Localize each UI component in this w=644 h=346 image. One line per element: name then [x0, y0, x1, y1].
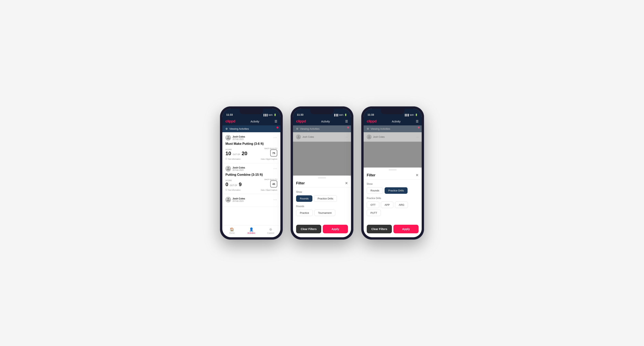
viewing-bar-2-dimmed: ⚙ Viewing Activities: [293, 125, 351, 132]
practice-btn-2[interactable]: Practice: [296, 210, 313, 216]
signal-icon: ▐▐▐: [263, 114, 268, 116]
user-info-3: Josh Coles 28 Feb 2023: [226, 197, 245, 202]
svg-point-1: [228, 167, 229, 169]
notification-dot-1: [276, 127, 278, 129]
user-date-3: 28 Feb 2023: [232, 200, 245, 202]
info-icon-2: ⓘ: [226, 189, 227, 191]
status-icons-3: ▐▐▐ WiFi 🔋: [404, 114, 418, 116]
wifi-icon-2: WiFi: [339, 114, 344, 116]
hamburger-menu-3[interactable]: ☰: [416, 120, 418, 123]
avatar-img-1: [226, 135, 230, 140]
logo-1: clippd: [226, 119, 235, 123]
hamburger-menu-1[interactable]: ☰: [274, 120, 277, 123]
rounds-btn-2[interactable]: Rounds: [296, 195, 312, 202]
score-value-1: 10: [226, 151, 231, 157]
app-btn-3[interactable]: APP: [381, 202, 394, 208]
svg-point-2: [228, 198, 229, 199]
nav-activities-1[interactable]: 👤 Activities: [242, 227, 261, 234]
shots-value-2: 9: [239, 181, 242, 187]
activities-label-1: Activities: [248, 232, 255, 234]
rounds-btn-3[interactable]: Rounds: [367, 187, 383, 194]
svg-point-4: [368, 136, 370, 137]
phone-3: 11:33 ▐▐▐ WiFi 🔋 clippd Activity ☰ ⚙ Vie…: [361, 106, 424, 240]
header-title-3: Activity: [392, 120, 400, 123]
apply-btn-2[interactable]: Apply: [323, 225, 348, 233]
practice-drills-btn-3[interactable]: Practice Drills: [384, 187, 408, 194]
practice-drills-btn-2[interactable]: Practice Drills: [314, 195, 337, 202]
activity-title-2: Putting Combine (3-15 ft): [226, 173, 277, 176]
signal-icon-3: ▐▐▐: [404, 114, 409, 116]
nav-home-1[interactable]: 🏠 Home: [222, 227, 242, 234]
wifi-icon: WiFi: [268, 114, 273, 116]
filter-icon-1: ⚙: [226, 127, 228, 130]
clear-filters-btn-3[interactable]: Clear Filters: [367, 225, 392, 233]
close-button-2[interactable]: ✕: [345, 181, 348, 185]
practice-drills-section-label-3: Practice Drills: [367, 197, 418, 200]
svg-point-3: [298, 136, 299, 137]
notification-dot-3d: [418, 127, 420, 129]
card-header-2: Josh Coles 28 Feb 2023 ···: [226, 166, 277, 172]
hamburger-menu-2[interactable]: ☰: [345, 120, 348, 123]
phone-1: 11:33 ▐▐▐ WiFi 🔋 clippd Activity ☰ ⚙ Vie…: [220, 106, 283, 240]
notch-3: [381, 109, 404, 114]
signal-icon-2: ▐▐▐: [334, 114, 338, 116]
data-source-2: Data: Clippd Capture: [261, 189, 277, 191]
filter-icon-3d: ⚙: [367, 127, 369, 130]
nav-capture-1[interactable]: ⊕ Capture: [261, 227, 280, 234]
filter-actions-3: Clear Filters Apply: [364, 222, 422, 237]
battery-icon: 🔋: [274, 114, 276, 116]
logo-3: clippd: [367, 119, 376, 123]
more-options-1[interactable]: ···: [274, 136, 277, 140]
bottom-nav-1: 🏠 Home 👤 Activities ⊕ Capture: [222, 225, 280, 237]
avatar-2: [226, 166, 231, 172]
outof-label-1: OUT OF: [233, 154, 240, 156]
capture-icon-1: ⊕: [269, 227, 272, 232]
filter-sheet-2: Filter ✕ Show Rounds Practice Drills Rou…: [293, 175, 351, 237]
user-name-3: Josh Coles: [232, 197, 245, 200]
user-name-3d: Josh Coles: [373, 136, 384, 138]
scroll-content-1: Josh Coles 28 Feb 2023 ··· Must Make Put…: [222, 132, 280, 225]
viewing-bar-text-1: Viewing Activities: [230, 127, 249, 130]
user-date-2: 28 Feb 2023: [232, 169, 245, 171]
filter-header-3: Filter ✕: [364, 170, 422, 179]
shot-quality-badge-1: 75: [270, 150, 277, 157]
viewing-bar-1[interactable]: ⚙ Viewing Activities: [222, 125, 280, 132]
viewing-bar-text-2d: Viewing Activities: [300, 127, 320, 130]
rounds-section-label-2: Rounds: [296, 205, 348, 208]
putt-btn-3[interactable]: PUTT: [367, 210, 381, 216]
apply-btn-3[interactable]: Apply: [394, 225, 418, 233]
test-info-1: ⓘ Test Information: [226, 158, 240, 160]
notification-dot-2d: [347, 127, 349, 129]
viewing-bar-3-dimmed: ⚙ Viewing Activities: [364, 125, 422, 132]
user-date-1: 28 Feb 2023: [232, 138, 245, 140]
clear-filters-btn-2[interactable]: Clear Filters: [296, 225, 321, 233]
shots-value-1: 20: [242, 151, 248, 157]
close-button-3[interactable]: ✕: [416, 173, 418, 177]
viewing-bar-text-3d: Viewing Activities: [371, 127, 390, 130]
show-label-3: Show: [367, 182, 418, 185]
user-name-1: Josh Coles: [232, 135, 245, 138]
avatar-2d: [296, 135, 301, 139]
user-details-1: Josh Coles 28 Feb 2023: [232, 135, 245, 140]
filter-body-3: Show Rounds Practice Drills Practice Dri…: [364, 179, 422, 222]
dots-3d: ···: [416, 135, 418, 139]
card-footer-1: ⓘ Test Information Data: Clippd Capture: [226, 158, 277, 160]
more-options-2[interactable]: ···: [274, 167, 277, 171]
app-header-2: clippd Activity ☰: [293, 117, 351, 125]
arg-btn-3[interactable]: ARG: [395, 202, 408, 208]
wifi-icon-3: WiFi: [410, 114, 414, 116]
avatar-1: [226, 135, 231, 141]
status-icons-1: ▐▐▐ WiFi 🔋: [263, 114, 276, 116]
avatar-img-3: [226, 197, 230, 202]
status-time-3: 11:33: [368, 113, 374, 116]
notch-2: [310, 109, 334, 114]
tournament-btn-2[interactable]: Tournament: [314, 210, 335, 216]
show-filter-buttons-3: Rounds Practice Drills: [367, 187, 418, 194]
ott-btn-3[interactable]: OTT: [367, 202, 379, 208]
card-footer-2: ⓘ Test Information Data: Clippd Capture: [226, 189, 277, 191]
avatar-img-2: [226, 166, 230, 171]
show-label-2: Show: [296, 191, 348, 193]
shot-quality-label-1: Shot Quality: [264, 148, 277, 150]
user-info-1: Josh Coles 28 Feb 2023: [226, 135, 245, 141]
more-options-3[interactable]: ···: [274, 198, 277, 201]
